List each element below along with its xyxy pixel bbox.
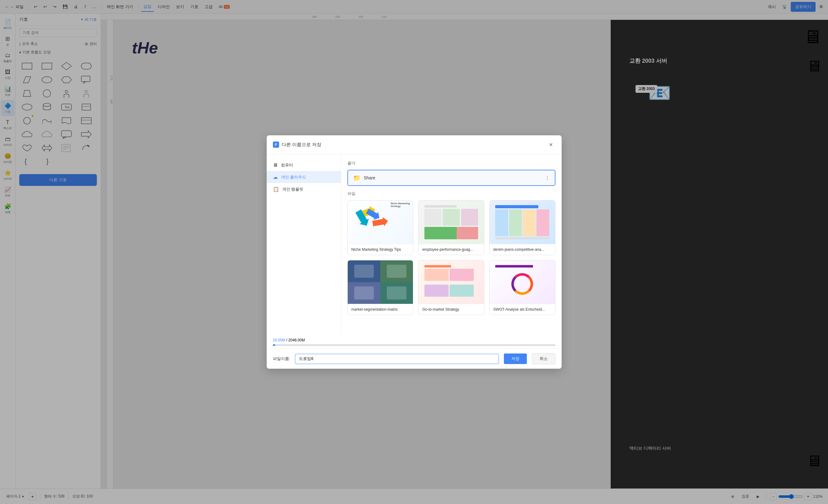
file-swot-thumb: [490, 260, 555, 304]
save-dialog-footer: 파일이름: 저장 취소: [267, 348, 562, 369]
dialog-title-text: 다른 이름으로 저장: [282, 142, 321, 148]
file-goto-name: Go-to-market Strategy: [422, 307, 480, 311]
file-denim-thumb: [490, 201, 555, 244]
save-dialog-main: 폴더 📁 Share ⋮ 파일 Niche MarketingS: [341, 154, 562, 334]
storage-bar: [273, 344, 555, 346]
save-dialog: P 다른 이름으로 저장 ✕ 🖥 컴퓨터 ☁ 개인 클라우드 📋 개인 템플릿 …: [267, 135, 562, 369]
storage-section: 16.05M / 2048.00M: [267, 334, 562, 348]
share-folder-icon: 📁: [353, 174, 361, 181]
file-niche-info: Niche Marketing Strategy Tips: [348, 244, 413, 255]
file-goto-info: Go-to-market Strategy: [418, 304, 484, 315]
storage-fill: [273, 344, 275, 346]
files-grid: Niche MarketingStrategy Niche Marketing …: [347, 200, 555, 315]
file-market[interactable]: market-segmentation-matrix: [347, 260, 414, 315]
file-denim-info: denim-jeans-competitive-ana...: [490, 244, 555, 255]
file-section-label: 파일: [347, 191, 555, 197]
save-dialog-title: P 다른 이름으로 저장: [273, 141, 321, 148]
close-dialog-button[interactable]: ✕: [547, 140, 555, 149]
market-q1: [348, 260, 380, 282]
file-denim[interactable]: denim-jeans-competitive-ana...: [489, 200, 555, 255]
file-market-name: market-segmentation-matrix: [351, 307, 410, 311]
file-employee[interactable]: employee-performance-guag...: [418, 200, 484, 255]
market-q4: [380, 282, 413, 304]
save-sidebar: 🖥 컴퓨터 ☁ 개인 클라우드 📋 개인 템플릿: [267, 154, 341, 334]
template-nav-icon: 📋: [273, 186, 279, 192]
share-folder-name: Share: [364, 175, 542, 180]
sidebar-cloud[interactable]: ☁ 개인 클라우드: [267, 171, 341, 183]
market-quad-layout: [348, 260, 413, 304]
app-logo: P: [273, 141, 279, 148]
sidebar-template[interactable]: 📋 개인 템플릿: [267, 183, 341, 195]
file-goto[interactable]: Go-to-market Strategy: [418, 260, 484, 315]
market-q3: [348, 282, 380, 304]
market-q2: [380, 260, 413, 282]
save-dialog-body: 🖥 컴퓨터 ☁ 개인 클라우드 📋 개인 템플릿 폴더 📁 Share ⋮ 파일: [267, 154, 562, 334]
folder-menu-icon[interactable]: ⋮: [545, 175, 550, 181]
folder-section-label: 폴더: [347, 161, 555, 166]
sidebar-computer-label: 컴퓨터: [281, 162, 293, 168]
storage-used: 16.05M: [273, 338, 285, 342]
save-btn[interactable]: 저장: [504, 353, 527, 364]
storage-text: 16.05M / 2048.00M: [273, 338, 555, 342]
file-market-info: market-segmentation-matrix: [348, 304, 413, 315]
file-swot-name: SWOT-Analyse als Entscheid...: [493, 307, 551, 311]
file-emp-info: employee-performance-guag...: [418, 244, 484, 255]
storage-total: 2048.00M: [288, 338, 305, 342]
cancel-btn[interactable]: 취소: [532, 353, 555, 364]
file-niche-thumb: Niche MarketingStrategy: [348, 201, 413, 244]
computer-icon: 🖥: [273, 162, 278, 168]
save-dialog-header: P 다른 이름으로 저장 ✕: [267, 135, 562, 154]
sidebar-computer[interactable]: 🖥 컴퓨터: [267, 159, 341, 171]
file-market-thumb: [348, 260, 413, 304]
cloud-icon: ☁: [273, 174, 278, 180]
sidebar-template-label: 개인 템플릿: [282, 186, 304, 192]
file-niche-name: Niche Marketing Strategy Tips: [351, 247, 410, 252]
sidebar-cloud-label: 개인 클라우드: [281, 174, 306, 180]
share-folder[interactable]: 📁 Share ⋮: [347, 170, 555, 186]
file-swot-info: SWOT-Analyse als Entscheid...: [490, 304, 555, 315]
file-niche[interactable]: Niche MarketingStrategy Niche Marketing …: [347, 200, 414, 255]
file-emp-thumb: [418, 201, 484, 244]
file-swot[interactable]: SWOT-Analyse als Entscheid...: [489, 260, 555, 315]
file-denim-name: denim-jeans-competitive-ana...: [493, 247, 551, 252]
file-emp-name: employee-performance-guag...: [422, 247, 480, 252]
file-name-label: 파일이름:: [273, 356, 290, 362]
file-name-input[interactable]: [295, 354, 499, 364]
file-goto-thumb: [418, 260, 484, 304]
